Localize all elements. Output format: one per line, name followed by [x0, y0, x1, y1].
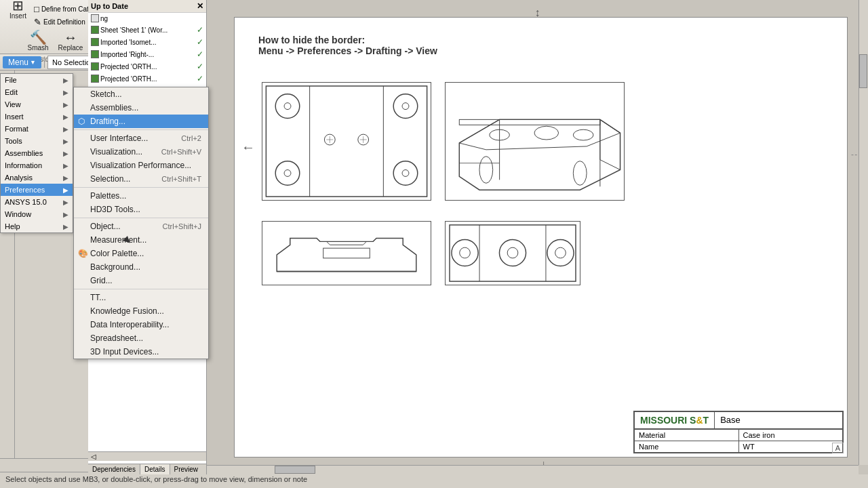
logo-text: MISSOURI S&T: [635, 412, 715, 428]
isometric-view-box: [445, 82, 625, 201]
tree-item-sheet1[interactable]: Sheet 'Sheet 1' (Wor... ✓: [88, 24, 206, 36]
catalog-icon: □: [34, 4, 39, 14]
right-view-box: [445, 221, 580, 285]
assemblies-menu-item[interactable]: Assemblies ▶: [1, 147, 73, 159]
material-label: Material: [635, 430, 739, 441]
measurement-item[interactable]: Measurement...: [74, 233, 208, 247]
h-scroll-thumb[interactable]: [275, 466, 315, 474]
svg-point-36: [499, 239, 526, 266]
main-area: 🕐 ⊞ ⊡ File ▶ Edit ▶ View ▶ Insert ▶ Form…: [0, 70, 868, 458]
assemblies-pref-item[interactable]: Assemblies...: [74, 101, 208, 115]
svg-point-4: [284, 103, 291, 110]
window-menu-item[interactable]: Window ▶: [1, 208, 73, 220]
format-menu-item[interactable]: Format ▶: [1, 123, 73, 135]
svg-point-26: [479, 157, 493, 184]
tree-scrollbar[interactable]: ◁: [88, 451, 206, 461]
tt-item[interactable]: TT...: [74, 291, 208, 304]
svg-point-27: [573, 161, 587, 186]
insert-menu-item[interactable]: Insert ▶: [1, 110, 73, 123]
hd3d-tools-item[interactable]: HD3D Tools...: [74, 203, 208, 216]
title-block-header: MISSOURI S&T Base: [635, 412, 842, 429]
material-value: Case iron: [739, 430, 843, 441]
front-view-box: [262, 221, 431, 285]
palette-icon: 🎨: [78, 249, 88, 258]
spreadsheet-item[interactable]: Spreadsheet...: [74, 331, 208, 345]
menubar-separator-1: [44, 57, 45, 68]
drawing-canvas: How to hide the border: Menu -> Preferen…: [234, 17, 848, 458]
object-item[interactable]: Object... Ctrl+Shift+J: [74, 220, 208, 233]
view-menu-item[interactable]: View ▶: [1, 98, 73, 110]
selection-item[interactable]: Selection... Ctrl+Shift+T: [74, 172, 208, 186]
canvas-area: ↕ How to hide the border: Menu -> Prefer…: [207, 0, 868, 474]
svg-point-9: [393, 161, 418, 186]
visualization-perf-item[interactable]: Visualization Performance...: [74, 159, 208, 172]
svg-marker-18: [459, 119, 620, 149]
left-arrow-indicator: ←: [241, 140, 255, 155]
svg-point-10: [402, 170, 409, 177]
tools-menu-item[interactable]: Tools ▶: [1, 135, 73, 147]
edit-icon: ✎: [34, 17, 41, 27]
data-interop-item[interactable]: Data Interoperability...: [74, 318, 208, 331]
knowledge-fusion-item[interactable]: Knowledge Fusion...: [74, 304, 208, 318]
sketch-menu-item[interactable]: Sketch...: [74, 87, 208, 101]
svg-rect-0: [266, 86, 427, 197]
name-label: Name: [635, 441, 739, 452]
hint-text: How to hide the border: Menu -> Preferen…: [258, 35, 437, 56]
tree-item-ng[interactable]: ng: [88, 13, 206, 24]
preferences-dropdown: Sketch... Assemblies... ⬡ Drafting... Us…: [73, 87, 209, 359]
tree-item-projected-2[interactable]: Projected 'ORTH... ✓: [88, 73, 206, 85]
top-view-box: [262, 82, 431, 201]
right-view-svg: [446, 222, 580, 285]
preferences-menu-item[interactable]: Preferences ▶: [1, 184, 73, 196]
tree-item-imported-right[interactable]: Imported 'Right-... ✓: [88, 48, 206, 60]
svg-marker-19: [600, 119, 620, 169]
svg-rect-30: [323, 248, 370, 258]
pref-divider-4: [74, 289, 208, 289]
details-tab[interactable]: Details: [140, 464, 170, 474]
front-view-svg: [262, 222, 431, 285]
user-interface-item[interactable]: User Interface... Ctrl+2: [74, 131, 208, 145]
preview-tab[interactable]: Preview: [170, 464, 203, 474]
tree-header: Up to Date ✕: [88, 0, 206, 13]
sheet-letter: A: [832, 443, 844, 453]
vertical-scrollbar[interactable]: [859, 0, 868, 465]
edit-menu-item[interactable]: Edit ▶: [1, 86, 73, 98]
help-menu-item[interactable]: Help ▶: [1, 220, 73, 232]
tree-item-projected-1[interactable]: Projected 'ORTH... ✓: [88, 60, 206, 73]
name-row: Name WT: [635, 441, 842, 452]
svg-point-24: [534, 126, 559, 140]
menu-button[interactable]: Menu ▼: [3, 56, 41, 68]
visualization-item[interactable]: Visualization... Ctrl+Shift+V: [74, 145, 208, 159]
3d-input-item[interactable]: 3D Input Devices...: [74, 345, 208, 359]
horizontal-scrollbar[interactable]: [207, 465, 859, 474]
information-menu-item[interactable]: Information ▶: [1, 159, 73, 171]
svg-point-6: [402, 103, 409, 110]
title-block: MISSOURI S&T Base Material Case iron Nam…: [633, 411, 844, 453]
ansys-menu-item[interactable]: ANSYS 15.0 ▶: [1, 196, 73, 208]
background-item[interactable]: Background...: [74, 260, 208, 274]
drafting-menu-item[interactable]: ⬡ Drafting...: [74, 115, 208, 128]
svg-point-7: [275, 161, 300, 186]
replace-button[interactable]: ↔ Replace: [56, 29, 86, 53]
tree-close-icon[interactable]: ✕: [197, 1, 203, 11]
dependencies-tab[interactable]: Dependencies: [88, 464, 140, 474]
part-name: Base: [715, 412, 746, 428]
insert-button[interactable]: ⊞ Insert: [7, 0, 29, 21]
drafting-icon: ⬡: [78, 117, 85, 126]
palettes-item[interactable]: Palettes...: [74, 189, 208, 203]
pref-divider-1: [74, 129, 208, 130]
file-menu-item[interactable]: File ▶: [1, 74, 73, 86]
color-palette-item[interactable]: 🎨 Color Palette...: [74, 247, 208, 260]
material-row: Material Case iron: [635, 429, 842, 441]
grid-item[interactable]: Grid...: [74, 274, 208, 287]
smash-icon: 🔨: [30, 30, 47, 44]
pref-divider-3: [74, 218, 208, 218]
insert-icon: ⊞: [12, 0, 24, 12]
smash-button[interactable]: 🔨 Smash: [24, 29, 51, 53]
svg-point-8: [284, 170, 291, 177]
svg-point-5: [393, 94, 418, 119]
tree-item-imported-isomet[interactable]: Imported 'Isomet... ✓: [88, 36, 206, 48]
v-scroll-thumb[interactable]: [859, 54, 867, 88]
analysis-menu-item[interactable]: Analysis ▶: [1, 171, 73, 184]
svg-point-38: [547, 239, 574, 266]
